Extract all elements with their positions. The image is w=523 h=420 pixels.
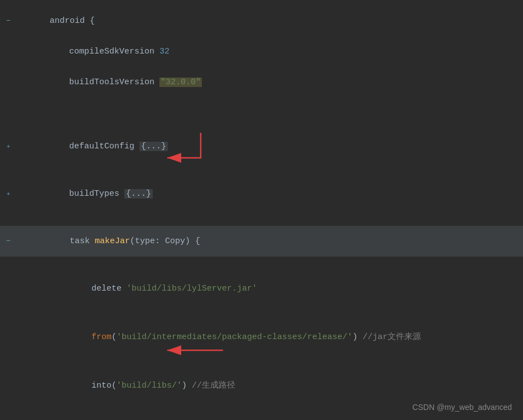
code-line-11 (0, 257, 523, 273)
fold-icon-6[interactable]: + (7, 143, 11, 150)
code-line-8: + buildTypes {...} (0, 178, 523, 209)
line-content-10: task makeJar(type: Copy) { (17, 227, 523, 255)
line-content-14: from('build/intermediates/packaged-class… (17, 322, 523, 351)
gutter-6: + (0, 143, 17, 150)
gutter-8: + (0, 191, 17, 197)
line-content-4 (17, 102, 523, 111)
line-content-9 (17, 213, 523, 223)
line-content-6: defaultConfig {...} (17, 132, 523, 161)
line-content-7 (17, 166, 523, 175)
line-content-2: compileSdkVersion 32 (17, 37, 523, 66)
code-line-1: − android { (0, 6, 523, 36)
fold-icon-10[interactable]: − (6, 237, 11, 245)
line-content-5 (17, 118, 523, 128)
line-content-12: delete 'build/libs/lylServer.jar' (17, 274, 523, 303)
code-line-15 (0, 353, 523, 369)
code-line-2: compileSdkVersion 32 (0, 36, 523, 67)
gutter-10: − (0, 237, 17, 245)
code-line-10: − task makeJar(type: Copy) { (0, 226, 523, 257)
fold-icon-1[interactable]: − (6, 17, 11, 25)
code-line-12: delete 'build/libs/lylServer.jar' (0, 273, 523, 304)
code-line-9 (0, 209, 523, 226)
fold-icon-8[interactable]: + (7, 191, 11, 197)
code-line-7 (0, 162, 523, 178)
code-line-18: include('classes.jar') (0, 418, 523, 420)
line-content-8: buildTypes {...} (17, 180, 523, 208)
code-editor: − android { compileSdkVersion 32 buildTo… (0, 0, 523, 420)
line-content-15 (17, 356, 523, 366)
code-line-4 (0, 98, 523, 114)
gutter-1: − (0, 17, 17, 25)
line-content-3: buildToolsVersion "32.0.0" (17, 68, 523, 96)
code-line-3: buildToolsVersion "32.0.0" (0, 67, 523, 98)
code-line-14: from('build/intermediates/packaged-class… (0, 321, 523, 353)
watermark: CSDN @my_web_advanced (413, 403, 512, 412)
code-line-13 (0, 304, 523, 321)
code-line-6: + defaultConfig {...} (0, 131, 523, 162)
code-line-5 (0, 114, 523, 131)
line-content-16: into('build/libs/') //生成路径 (17, 370, 523, 400)
line-content-11 (17, 260, 523, 270)
line-content-13 (17, 308, 523, 317)
code-line-16: into('build/libs/') //生成路径 (0, 369, 523, 401)
line-content-1: android { (17, 7, 523, 35)
